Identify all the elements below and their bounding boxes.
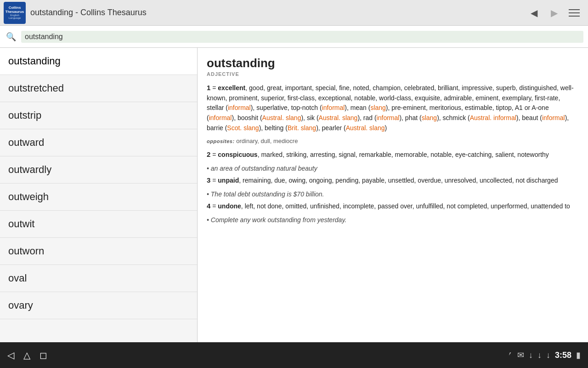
def-text-s4: , left, not done, omitted, unfinished, i… (241, 202, 570, 210)
def-slang-1: slang (370, 104, 385, 111)
def-text-7: ), sik ( (301, 114, 318, 121)
def-example-4: • Complete any work outstanding from yes… (207, 216, 579, 224)
app-title: outstanding - Collins Thesaurus (30, 8, 524, 17)
download-icon-3: ↓ (546, 351, 550, 360)
def-austral-4: Austral. slang (346, 124, 385, 132)
def-text-s3: , remaining, due, owing, ongoing, pendin… (239, 177, 558, 184)
def-equals-4: = (212, 202, 218, 210)
def-or: or (525, 104, 530, 111)
def-informal-2: informal (322, 104, 345, 111)
def-equals-3: = (212, 177, 218, 184)
def-text-14: ), pearler ( (316, 124, 346, 132)
def-austral-2: Austral. slang (319, 114, 358, 121)
menu-button[interactable] (564, 3, 584, 23)
def-main-1: excellent (218, 84, 245, 92)
battery-icon: ▮ (576, 350, 581, 360)
list-item-outweigh[interactable]: outweigh (0, 184, 197, 211)
menu-bar-3 (569, 16, 580, 17)
def-austral-1: Austral. slang (262, 114, 301, 121)
list-item-outward[interactable]: outward (0, 129, 197, 156)
bottom-bar: ◁ △ ◻ ⎖ ✉ ↓ ↓ ↓ 3:58 ▮ (0, 342, 588, 368)
def-slang-2: slang (422, 114, 437, 121)
def-text-3: ), mean ( (345, 104, 370, 111)
download-icon-1: ↓ (529, 351, 533, 360)
def-text-4: ), pre-eminent, meritorious, estimable, … (386, 104, 525, 111)
def-num-2: 2 (207, 150, 210, 158)
nav-back-button[interactable]: ◀ (524, 3, 544, 23)
list-item-outworn[interactable]: outworn (0, 238, 197, 265)
def-informal-1: informal (228, 104, 251, 111)
def-word: outstanding (207, 56, 579, 70)
bottom-nav-left: ◁ △ ◻ (7, 350, 47, 361)
nav-recents-button[interactable]: ◻ (40, 350, 47, 361)
def-opposites-1: OPPOSITES: ordinary, dull, mediocre (207, 138, 579, 144)
def-text-15: ) (385, 124, 387, 132)
def-example-2: • an area of outstanding natural beauty (207, 165, 579, 172)
def-main-2: conspicuous (218, 151, 257, 158)
keyboard-icon: ⎖ (508, 351, 513, 360)
def-informal-3: informal (209, 114, 232, 121)
bottom-status-right: ⎖ ✉ ↓ ↓ ↓ 3:58 ▮ (508, 350, 581, 360)
def-equals-2: = (212, 151, 218, 158)
def-brit-1: Brit. slang (288, 124, 316, 132)
def-sense-4: 4 = undone, left, not done, omitted, unf… (207, 201, 579, 212)
list-item-outwardly[interactable]: outwardly (0, 156, 197, 184)
download-icon-2: ↓ (537, 351, 542, 360)
def-num-1: 1 (207, 84, 210, 92)
list-item-oval[interactable]: oval (0, 265, 197, 292)
def-text-11: ), beaut ( (516, 114, 542, 121)
def-austral-3: Austral. informal (470, 114, 516, 121)
def-scot-1: Scot. slang (227, 124, 259, 132)
menu-bar-1 (569, 9, 580, 10)
list-item-outstanding[interactable]: outstanding (0, 48, 197, 75)
search-bar: 🔍 (0, 26, 588, 48)
nav-forward-button[interactable]: ▶ (544, 3, 564, 23)
def-main-4: undone (218, 202, 241, 210)
definition-panel: outstanding ADJECTIVE 1 = excellent, goo… (198, 48, 588, 342)
def-sense-3: 3 = unpaid, remaining, due, owing, ongoi… (207, 175, 579, 186)
search-input[interactable] (21, 31, 583, 43)
def-equals-1: = (212, 84, 218, 92)
def-sense-2: 2 = conspicuous, marked, striking, arres… (207, 149, 579, 160)
search-icon: 🔍 (5, 30, 17, 43)
def-informal-5: informal (542, 114, 565, 121)
logo-text-bottom: EnglishLanguage (9, 14, 21, 19)
def-informal-4: informal (377, 114, 400, 121)
def-text-13: ), belting ( (259, 124, 288, 132)
def-text-10: ), schmick ( (437, 114, 470, 121)
list-item-outstrip[interactable]: outstrip (0, 102, 197, 129)
mail-icon: ✉ (517, 350, 524, 360)
def-example-3: • The total debt outstanding is $70 bill… (207, 190, 579, 198)
def-text-s2: , marked, striking, arresting, signal, r… (258, 151, 549, 158)
top-bar: CollinsThesaurus EnglishLanguage outstan… (0, 0, 588, 26)
def-text-6: ), booshit ( (232, 114, 262, 121)
app-logo: CollinsThesaurus EnglishLanguage (4, 2, 26, 24)
nav-home-button[interactable]: △ (23, 350, 30, 361)
def-num-4: 4 (207, 202, 210, 210)
def-pos: ADJECTIVE (207, 71, 579, 77)
nav-back-system-button[interactable]: ◁ (7, 350, 14, 361)
def-num-3: 3 (207, 176, 210, 184)
menu-bar-2 (569, 12, 580, 13)
opposites-text: ordinary, dull, mediocre (236, 138, 298, 144)
logo-text-top: CollinsThesaurus (6, 6, 24, 14)
def-text-9: ), phat ( (399, 114, 421, 121)
def-main-3: unpaid (218, 177, 239, 184)
def-text-2: ), superlative, top-notch ( (251, 104, 322, 111)
list-item-outwit[interactable]: outwit (0, 211, 197, 238)
clock-display: 3:58 (555, 351, 571, 360)
def-sense-1: 1 = excellent, good, great, important, s… (207, 82, 579, 133)
list-item-ovary[interactable]: ovary (0, 292, 197, 319)
opposites-label: OPPOSITES: (207, 138, 235, 144)
word-list: outstanding outstretched outstrip outwar… (0, 48, 198, 342)
main-content: outstanding outstretched outstrip outwar… (0, 48, 588, 342)
list-item-outstretched[interactable]: outstretched (0, 75, 197, 102)
def-text-8: ), rad ( (357, 114, 376, 121)
